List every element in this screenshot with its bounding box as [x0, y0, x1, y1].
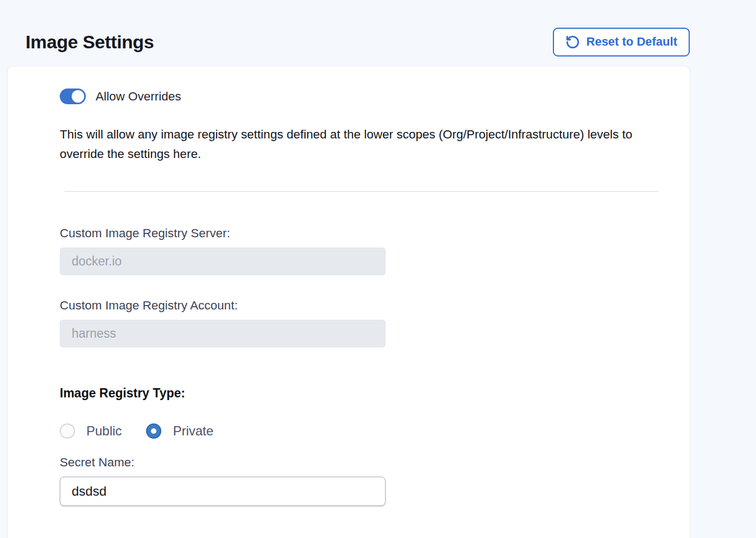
page-title: Image Settings: [26, 31, 154, 53]
reset-to-default-label: Reset to Default: [587, 35, 677, 49]
registry-server-input: [60, 248, 386, 275]
allow-overrides-label: Allow Overrides: [96, 90, 181, 104]
registry-type-radio-group: Public Private: [60, 423, 690, 439]
reset-to-default-button[interactable]: Reset to Default: [553, 28, 690, 56]
radio-private[interactable]: [146, 423, 161, 439]
section-divider: [65, 191, 658, 192]
allow-overrides-toggle[interactable]: [60, 88, 86, 104]
registry-server-label: Custom Image Registry Server:: [60, 226, 690, 240]
radio-option-private[interactable]: Private: [146, 423, 213, 439]
radio-private-label: Private: [173, 423, 213, 439]
image-settings-card: Allow Overrides This will allow any imag…: [8, 66, 690, 538]
radio-public-label: Public: [86, 423, 122, 439]
secret-name-label: Secret Name:: [60, 455, 690, 470]
allow-overrides-row: Allow Overrides: [60, 88, 690, 104]
overrides-description: This will allow any image registry setti…: [60, 125, 665, 164]
radio-option-public[interactable]: Public: [60, 423, 122, 439]
radio-public[interactable]: [60, 423, 75, 439]
toggle-knob: [72, 90, 84, 103]
registry-account-input: [60, 320, 386, 347]
registry-account-label: Custom Image Registry Account:: [60, 299, 690, 313]
reset-undo-icon: [565, 35, 580, 49]
page-header: Image Settings Reset to Default: [0, 0, 756, 66]
registry-type-label: Image Registry Type:: [60, 386, 690, 401]
secret-name-input[interactable]: [60, 477, 386, 506]
